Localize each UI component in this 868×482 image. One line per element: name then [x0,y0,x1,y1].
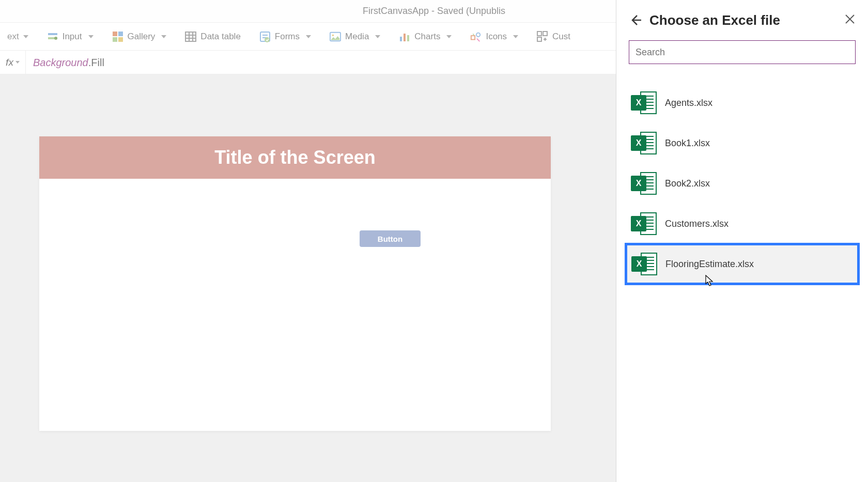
excel-file-icon: X [631,170,657,196]
formula-property: .Fill [88,57,104,68]
ribbon-data-table[interactable]: Data table [182,29,244,44]
canvas-button[interactable]: Button [360,230,421,247]
ribbon-forms[interactable]: Forms [256,29,314,44]
chevron-down-icon [23,35,28,38]
search-input[interactable] [629,40,856,64]
arrow-left-icon [629,13,642,27]
chevron-down-icon [161,35,166,38]
formula-input[interactable]: Background.Fill [26,56,104,69]
svg-rect-3 [113,32,117,36]
chevron-down-icon [446,35,452,38]
gallery-icon [112,31,123,42]
excel-file-icon: X [631,211,657,237]
file-name: Agents.xlsx [665,98,712,108]
file-item[interactable]: XAgents.xlsx [629,83,856,123]
ribbon-gallery[interactable]: Gallery [109,29,170,44]
ribbon-text[interactable]: ext [4,29,32,44]
excel-file-icon: X [631,130,657,156]
chevron-down-icon [513,35,518,38]
back-button[interactable] [629,13,642,27]
window-title: FirstCanvasApp - Saved (Unpublis [363,6,505,17]
custom-icon [537,31,548,42]
svg-rect-19 [404,34,406,41]
formula-identifier: Background [33,57,88,68]
charts-icon [399,31,410,42]
ribbon-input[interactable]: Input [44,29,97,44]
icons-icon [470,31,482,42]
screen-body: Button [39,179,551,431]
file-item[interactable]: XBook1.xlsx [629,123,856,163]
fx-label: fx [6,57,13,68]
screen-title-text: Title of the Screen [214,147,375,168]
svg-rect-18 [400,37,402,41]
file-item[interactable]: XBook2.xlsx [629,163,856,204]
input-icon [47,31,58,42]
chevron-down-icon [88,35,94,38]
file-name: Book1.xlsx [665,138,710,149]
svg-rect-20 [407,35,409,41]
file-name: Customers.xlsx [665,219,729,229]
chevron-down-icon [306,35,311,38]
panel-header: Choose an Excel file [629,0,856,40]
excel-file-icon: X [631,90,657,116]
svg-rect-23 [537,32,541,36]
media-icon [330,31,341,42]
button-label: Button [378,235,402,243]
app-screen[interactable]: Title of the Screen Button [39,136,551,431]
file-item[interactable]: XFlooringEstimate.xlsx [625,243,860,285]
file-item[interactable]: XCustomers.xlsx [629,204,856,244]
svg-rect-21 [471,36,475,39]
file-name: FlooringEstimate.xlsx [665,259,754,270]
ribbon-label: Cust [552,32,570,42]
ribbon-label: Icons [486,32,507,42]
svg-rect-0 [48,33,57,35]
svg-rect-4 [118,32,123,36]
data-table-icon [185,31,196,42]
svg-point-2 [54,37,57,40]
forms-icon [259,31,271,42]
svg-rect-6 [118,37,123,42]
ribbon-label: Data table [200,32,241,42]
excel-file-icon: X [631,251,657,277]
file-name: Book2.xlsx [665,178,710,189]
ribbon-label: Forms [275,32,300,42]
fx-dropdown[interactable]: fx [0,51,26,74]
svg-point-17 [332,34,334,36]
svg-rect-7 [185,32,196,41]
ribbon-label: Charts [414,32,440,42]
svg-rect-25 [537,37,541,41]
close-button[interactable] [844,13,856,27]
ribbon-charts[interactable]: Charts [396,29,455,44]
svg-point-22 [476,33,480,36]
panel-title: Choose an Excel file [649,12,837,28]
ribbon-label: Gallery [128,32,156,42]
ribbon-media[interactable]: Media [327,29,383,44]
ribbon-icons[interactable]: Icons [467,29,521,44]
excel-file-panel: Choose an Excel file XAgents.xlsxXBook1.… [616,0,868,482]
ribbon-label: Input [63,32,82,42]
chevron-down-icon [375,35,380,38]
file-list: XAgents.xlsxXBook1.xlsxXBook2.xlsxXCusto… [629,83,856,284]
ribbon-label: ext [7,32,19,42]
chevron-down-icon [16,61,20,64]
ribbon-label: Media [345,32,369,42]
screen-title-bar[interactable]: Title of the Screen [39,136,551,179]
ribbon-custom[interactable]: Cust [534,29,574,44]
svg-point-15 [265,37,270,42]
svg-rect-24 [543,32,547,36]
svg-rect-5 [113,37,117,42]
close-icon [844,13,856,25]
